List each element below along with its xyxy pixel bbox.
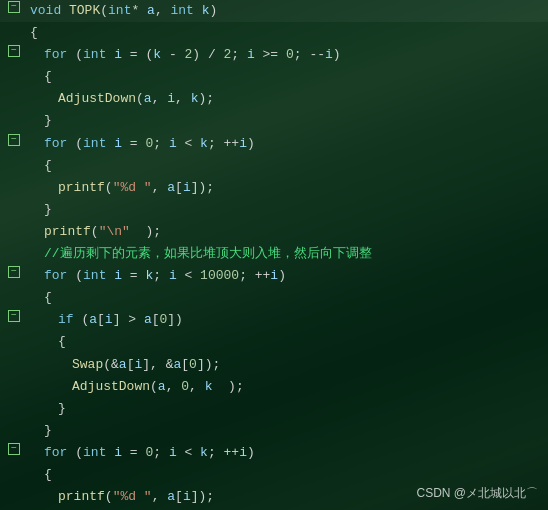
token-punc: ( [100, 3, 108, 18]
token-punc: { [44, 467, 52, 482]
fold-button[interactable]: − [8, 443, 20, 455]
token-var: a [167, 489, 175, 504]
indent-guide [44, 376, 58, 398]
line-gutter [0, 287, 28, 288]
code-line: { [0, 464, 548, 486]
token-kw: int [83, 47, 114, 62]
indent-guide [30, 331, 44, 353]
token-punc: ( [75, 445, 83, 460]
indent-guide [44, 486, 58, 508]
indent-guide [30, 66, 44, 88]
token-fn: Swap [72, 357, 103, 372]
token-kw: if [58, 312, 81, 327]
token-var: i [114, 47, 130, 62]
token-op: = [130, 136, 146, 151]
line-gutter: − [0, 133, 28, 146]
code-text: for (int i = (k - 2) / 2; i >= 0; --i) [28, 44, 548, 66]
fold-button[interactable]: − [8, 134, 20, 146]
indent-guide [30, 44, 44, 66]
line-gutter [0, 243, 28, 244]
indent-guide [30, 442, 44, 464]
line-gutter: − [0, 309, 28, 322]
token-op: = [130, 268, 146, 283]
token-op: / [208, 47, 224, 62]
token-punc: [ [181, 357, 189, 372]
indent-guide [44, 331, 58, 353]
token-punc: ] [113, 312, 129, 327]
token-var: i [239, 136, 247, 151]
token-punc: ; [239, 268, 255, 283]
line-gutter [0, 398, 28, 399]
line-gutter: − [0, 44, 28, 57]
token-op: < [185, 445, 201, 460]
token-var: k [153, 47, 169, 62]
indent-guide [58, 354, 72, 376]
indent-guide [30, 287, 44, 309]
code-text: } [28, 199, 548, 221]
line-gutter [0, 354, 28, 355]
line-gutter [0, 199, 28, 200]
code-line: printf("%d ", a[i]); [0, 177, 548, 199]
code-text: { [28, 464, 548, 486]
line-gutter [0, 221, 28, 222]
token-punc: ( [105, 180, 113, 195]
indent-guide [30, 309, 44, 331]
fold-button[interactable]: − [8, 1, 20, 13]
token-punc: ; [153, 445, 169, 460]
token-punc: ) [210, 3, 218, 18]
code-text: AdjustDown(a, 0, k ); [28, 376, 548, 398]
indent-guide [30, 199, 44, 221]
token-var: i [270, 268, 278, 283]
token-punc: , [152, 91, 168, 106]
token-punc: (& [103, 357, 119, 372]
fold-button[interactable]: − [8, 45, 20, 57]
code-line: //遍历剩下的元素，如果比堆顶大则入堆，然后向下调整 [0, 243, 548, 265]
token-punc: } [44, 202, 52, 217]
token-punc: ; [153, 136, 169, 151]
code-line: AdjustDown(a, 0, k ); [0, 376, 548, 398]
token-punc: } [44, 113, 52, 128]
code-line: { [0, 66, 548, 88]
token-kw: int [83, 445, 114, 460]
token-fn: printf [58, 180, 105, 195]
code-line: } [0, 398, 548, 420]
token-op: - [169, 47, 185, 62]
token-punc: , [166, 379, 182, 394]
token-op: ++ [224, 445, 240, 460]
line-gutter: − [0, 265, 28, 278]
token-punc: } [58, 401, 66, 416]
watermark: CSDN @メ北城以北⌒ [416, 485, 538, 502]
code-text: { [28, 155, 548, 177]
token-punc: ( [75, 136, 83, 151]
code-text: AdjustDown(a, i, k); [28, 88, 548, 110]
token-fn: printf [44, 224, 91, 239]
token-var: i [169, 445, 185, 460]
token-punc: ) [333, 47, 341, 62]
token-punc: ) [192, 47, 208, 62]
token-punc: { [30, 25, 38, 40]
code-container: −void TOPK(int* a, int k){− for (int i =… [0, 0, 548, 510]
fold-button[interactable]: − [8, 310, 20, 322]
code-line: Swap(&a[i], &a[0]); [0, 354, 548, 376]
fold-button[interactable]: − [8, 266, 20, 278]
token-str: "\n" [99, 224, 130, 239]
token-var: k [202, 3, 210, 18]
token-punc: ); [130, 224, 161, 239]
token-punc: { [44, 69, 52, 84]
code-text: } [28, 420, 548, 442]
line-gutter [0, 464, 28, 465]
token-str: "%d " [113, 180, 152, 195]
token-op: = [130, 47, 146, 62]
token-punc: , [152, 180, 168, 195]
token-plain: * [131, 3, 147, 18]
indent-guide [30, 110, 44, 132]
line-gutter [0, 22, 28, 23]
token-var: a [119, 357, 127, 372]
indent-guide [30, 376, 44, 398]
code-line: { [0, 287, 548, 309]
code-line: − if (a[i] > a[0]) [0, 309, 548, 331]
code-line: − for (int i = (k - 2) / 2; i >= 0; --i) [0, 44, 548, 66]
token-var: a [167, 180, 175, 195]
indent-guide [30, 354, 44, 376]
token-var: i [325, 47, 333, 62]
